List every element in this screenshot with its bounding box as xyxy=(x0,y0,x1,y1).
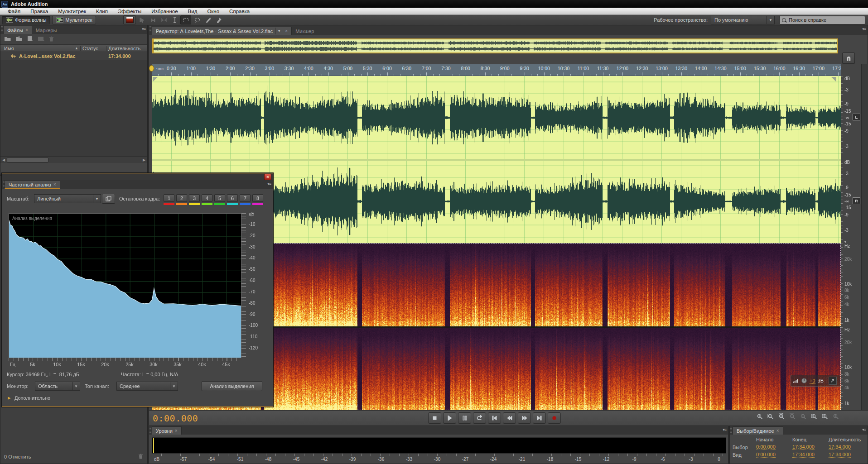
zoom-out-full-button[interactable] xyxy=(789,413,796,421)
tab-files[interactable]: Файлы × xyxy=(3,26,32,34)
frequency-window-titlebar[interactable]: × xyxy=(2,173,273,180)
close-icon[interactable]: × xyxy=(776,428,779,433)
editor-tab-dropdown-icon[interactable]: ▼ xyxy=(275,28,283,34)
menu-item-3[interactable]: Мультитрек xyxy=(53,9,91,14)
panel-grip[interactable] xyxy=(149,427,151,433)
zoom-reset-button[interactable] xyxy=(800,413,807,421)
search-input[interactable] xyxy=(788,17,858,23)
pause-button[interactable] xyxy=(458,412,471,424)
selection-end[interactable]: 17:34.000 xyxy=(792,444,815,450)
tab-markers[interactable]: Маркеры xyxy=(32,26,61,34)
close-window-button[interactable]: × xyxy=(264,174,271,180)
close-icon[interactable]: × xyxy=(25,28,28,33)
gain-knob-icon[interactable] xyxy=(801,378,807,384)
slip-tool[interactable] xyxy=(148,16,158,24)
insert-into-multitrack-icon[interactable] xyxy=(38,36,44,43)
zoom-in-left-edge-button[interactable] xyxy=(811,413,818,421)
panel-grip[interactable] xyxy=(1,26,3,33)
menu-item-6[interactable]: Избранное xyxy=(146,9,183,14)
panel-grip[interactable] xyxy=(730,427,732,433)
rewind-button[interactable] xyxy=(503,412,516,424)
paintbrush-selection-tool[interactable] xyxy=(203,16,213,24)
time-selection-tool[interactable] xyxy=(169,16,179,24)
heads-up-volume-control[interactable]: +0 dB xyxy=(791,375,840,387)
workspace-dropdown[interactable]: По умолчанию ▼ xyxy=(711,16,775,24)
panel-menu-icon[interactable]: ▾≡ xyxy=(267,182,271,186)
panel-menu-icon[interactable]: ▾≡ xyxy=(723,427,726,432)
menu-item-9[interactable]: Справка xyxy=(224,9,255,14)
skip-to-start-button[interactable] xyxy=(488,412,501,424)
hud-gain-value[interactable]: +0 xyxy=(810,378,815,384)
monitor-dropdown[interactable]: Область ▼ xyxy=(35,382,80,391)
hold-frame-button-6[interactable]: 6 xyxy=(227,194,238,202)
waveform-view-button[interactable]: Форма волны xyxy=(2,16,50,24)
tab-selection-view[interactable]: Выбор/Видимое × xyxy=(733,426,783,435)
fast-forward-button[interactable] xyxy=(518,412,531,424)
scroll-right-icon[interactable]: ▶ xyxy=(141,157,147,163)
hold-frame-button-1[interactable]: 1 xyxy=(164,194,174,202)
advanced-expander[interactable]: ▶ Дополнительно xyxy=(8,395,50,401)
spot-healing-brush-tool[interactable] xyxy=(214,16,224,24)
skip-to-end-button[interactable] xyxy=(533,412,546,424)
close-icon[interactable]: × xyxy=(285,29,288,33)
current-time-display[interactable]: 0:00.000 xyxy=(153,413,198,424)
hud-pin-button[interactable] xyxy=(829,377,837,385)
fade-out-handle[interactable] xyxy=(831,77,836,82)
move-tool[interactable] xyxy=(137,16,147,24)
close-icon[interactable]: × xyxy=(53,182,56,187)
play-button[interactable] xyxy=(443,412,456,424)
view-duration[interactable]: 17:34.000 xyxy=(829,452,851,458)
zoom-to-selection-button[interactable] xyxy=(833,413,839,421)
vertical-scrollbar[interactable] xyxy=(861,64,868,410)
tab-editor[interactable]: Редактор: A-Lovelets,The - Sssax & Sssex… xyxy=(152,27,292,35)
snap-magnet-button[interactable] xyxy=(842,53,855,64)
timeline-ruler[interactable]: чмс 0:301:001:302:002:303:003:304:004:30… xyxy=(152,64,841,76)
column-name[interactable]: Имя ▲ xyxy=(0,46,80,51)
hold-frame-button-7[interactable]: 7 xyxy=(240,194,251,202)
menu-item-4[interactable]: Клип xyxy=(91,9,113,14)
marquee-selection-tool[interactable] xyxy=(180,15,191,24)
zoom-in-full-button[interactable] xyxy=(778,413,785,421)
panel-grip[interactable] xyxy=(149,26,151,33)
panel-menu-icon[interactable]: ▾≡ xyxy=(862,27,866,31)
hold-frame-button-5[interactable]: 5 xyxy=(214,194,225,202)
channel-badge-left[interactable]: L xyxy=(853,114,860,120)
import-file-icon[interactable] xyxy=(15,36,23,43)
frequency-graph[interactable] xyxy=(9,213,241,358)
lasso-selection-tool[interactable] xyxy=(192,16,202,24)
selection-start[interactable]: 0:00.000 xyxy=(756,444,776,450)
view-end[interactable]: 17:34.000 xyxy=(792,452,815,458)
record-button[interactable] xyxy=(548,412,561,424)
tab-frequency-analysis[interactable]: Частотный анализ × xyxy=(5,180,60,189)
zoom-in-right-edge-button[interactable] xyxy=(822,413,829,421)
scale-dropdown[interactable]: Линейный ▼ xyxy=(34,194,101,203)
open-file-icon[interactable] xyxy=(4,36,11,43)
time-stretch-tool[interactable] xyxy=(159,16,169,24)
multitrack-view-button[interactable]: Мультитрек xyxy=(52,16,96,24)
panel-menu-icon[interactable]: ▾≡ xyxy=(862,427,866,432)
scan-selection-button[interactable]: Анализ выделения xyxy=(202,381,262,391)
channel-badge-right[interactable]: R xyxy=(853,197,860,204)
spectral-display-toggle[interactable] xyxy=(123,15,136,24)
tab-mixer[interactable]: Микшер xyxy=(292,27,318,35)
tab-levels[interactable]: Уровни × xyxy=(152,426,182,435)
scroll-left-icon[interactable]: ◀ xyxy=(0,157,7,163)
loop-playback-button[interactable] xyxy=(473,412,486,424)
column-status[interactable]: Статус xyxy=(80,46,106,51)
hold-frame-button-4[interactable]: 4 xyxy=(202,194,212,202)
trash-icon[interactable] xyxy=(48,36,54,43)
hold-frame-button-3[interactable]: 3 xyxy=(189,194,200,202)
panel-grip[interactable] xyxy=(3,181,5,187)
files-horizontal-scrollbar[interactable]: ◀ ▶ xyxy=(0,156,147,163)
selection-duration[interactable]: 17:34.000 xyxy=(829,444,851,450)
help-search-box[interactable] xyxy=(779,16,865,24)
column-duration[interactable]: Длительность xyxy=(106,46,147,51)
hold-frame-button-8[interactable]: 8 xyxy=(252,194,263,202)
trash-icon[interactable] xyxy=(138,453,144,460)
menu-item-5[interactable]: Эффекты xyxy=(113,9,146,14)
panel-menu-icon[interactable]: ▾≡ xyxy=(142,27,145,31)
scrollbar-thumb[interactable] xyxy=(7,158,48,163)
stop-button[interactable] xyxy=(428,412,441,424)
new-file-icon[interactable] xyxy=(27,36,34,43)
copy-graph-button[interactable] xyxy=(102,194,115,204)
